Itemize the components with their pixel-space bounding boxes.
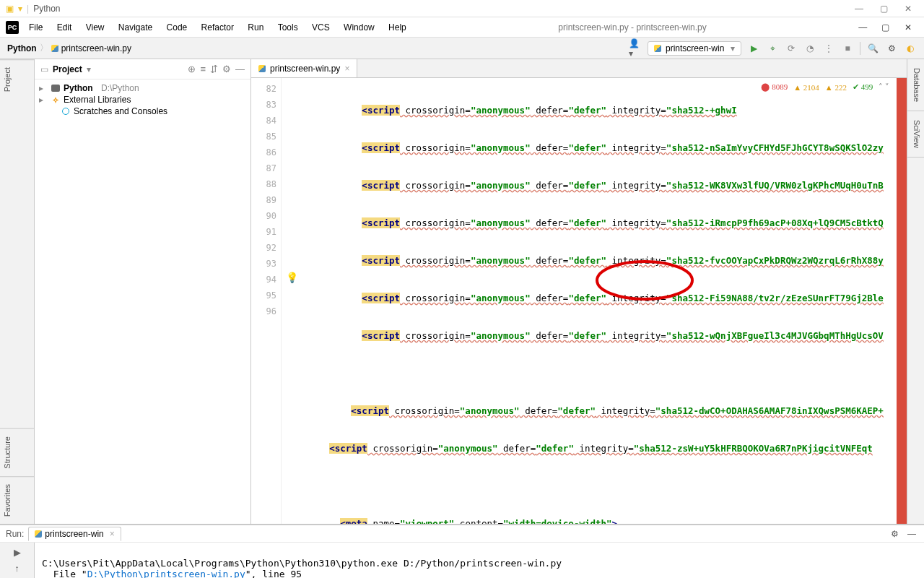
breadcrumb: Python 〉 printscreen-win.py xyxy=(7,42,131,54)
run-config-selector[interactable]: printscreen-win ▾ xyxy=(648,41,741,56)
editor-tabs: printscreen-win.py × xyxy=(251,59,907,78)
ide-close-button[interactable]: ✕ xyxy=(898,22,918,33)
code-editor[interactable]: 828384858687888990919293949596 <script c… xyxy=(251,78,907,524)
left-sidebar: Project Structure Favorites xyxy=(0,59,35,524)
intention-bulb-icon[interactable]: 💡 xyxy=(286,272,298,283)
menu-help[interactable]: Help xyxy=(383,20,412,35)
scroll-from-source-icon[interactable]: ⊕ xyxy=(188,64,196,74)
run-console-output[interactable]: C:\Users\Pit\AppData\Local\Programs\Pyth… xyxy=(35,543,924,578)
main-area: Project Structure Favorites ▭ Project ▾ … xyxy=(0,59,924,525)
expand-all-icon[interactable]: ≡ xyxy=(200,64,206,74)
tree-row-scratches: Scratches and Consoles xyxy=(39,105,246,117)
run-config-name: printscreen-win xyxy=(666,43,724,53)
settings-button[interactable]: ⚙ xyxy=(885,42,898,55)
python-file-icon xyxy=(258,65,266,72)
ide-max-button[interactable]: ▢ xyxy=(876,22,896,33)
user-icon[interactable]: 👤▾ xyxy=(629,42,642,55)
debug-button[interactable]: ⌖ xyxy=(766,42,779,55)
project-toolwindow: ▭ Project ▾ ⊕ ≡ ⇵ ⚙ — ▸ Python D:\Python… xyxy=(35,59,251,524)
explorer-close-button[interactable]: ✕ xyxy=(898,4,918,14)
menu-navigate[interactable]: Navigate xyxy=(113,20,158,35)
inspection-widget[interactable]: ⬤ 8089 ▲ 2104 ▲ 222 ✔ 499 ˄ ˅ xyxy=(758,81,892,93)
editor-error-stripe[interactable] xyxy=(897,78,907,524)
code-body[interactable]: <script crossorigin="anonymous" defer="d… xyxy=(282,78,897,524)
rerun-failed-button[interactable]: ↑ xyxy=(11,561,24,574)
run-toolbar: ▶ ↑ ■ ↓ ≡ 🖶 🗑 xyxy=(0,543,35,578)
sidebar-tab-sciview[interactable]: SciView xyxy=(907,111,924,158)
close-tab-icon[interactable]: × xyxy=(344,64,349,74)
python-icon xyxy=(35,530,42,538)
menu-refactor[interactable]: Refactor xyxy=(196,20,240,35)
editor-tab[interactable]: printscreen-win.py × xyxy=(251,59,357,77)
search-everywhere-button[interactable]: 🔍 xyxy=(866,42,879,55)
project-view-icon: ▭ xyxy=(40,64,48,74)
sidebar-tab-favorites[interactable]: Favorites xyxy=(0,476,34,524)
sidebar-tab-structure[interactable]: Structure xyxy=(0,428,34,476)
run-button[interactable]: ▶ xyxy=(747,42,760,55)
coverage-button[interactable]: ⟳ xyxy=(785,42,798,55)
menu-edit[interactable]: Edit xyxy=(51,20,78,35)
menu-view[interactable]: View xyxy=(80,20,110,35)
python-icon xyxy=(654,45,661,52)
scratches-icon xyxy=(62,108,69,115)
rerun-button[interactable]: ▶ xyxy=(11,545,24,558)
hide-toolwindow-icon[interactable]: — xyxy=(905,527,918,540)
menu-window[interactable]: Window xyxy=(338,20,380,35)
navigation-toolbar: Python 〉 printscreen-win.py 👤▾ printscre… xyxy=(0,38,924,59)
sidebar-tab-database[interactable]: Database xyxy=(907,59,924,111)
menu-code[interactable]: Code xyxy=(161,20,193,35)
menu-tools[interactable]: Tools xyxy=(272,20,304,35)
ide-title-path: printscreen-win.py - printscreen-win.py xyxy=(417,22,849,33)
project-toolwindow-title[interactable]: Project xyxy=(53,64,82,74)
run-toolwindow: Run: printscreen-win× ⚙ — ▶ ↑ ■ ↓ ≡ 🖶 🗑 … xyxy=(0,525,924,578)
run-tab[interactable]: printscreen-win× xyxy=(28,527,121,541)
breadcrumb-root[interactable]: Python xyxy=(7,43,37,53)
menu-vcs[interactable]: VCS xyxy=(306,20,336,35)
folder-icon: ▣ xyxy=(6,4,14,14)
gear-icon[interactable]: ⚙ xyxy=(222,64,231,74)
explorer-title: Python xyxy=(33,4,60,14)
folder-icon xyxy=(51,85,60,92)
run-toolwindow-title: Run: xyxy=(6,529,24,539)
project-toolwindow-header: ▭ Project ▾ ⊕ ≡ ⇵ ⚙ — xyxy=(35,59,250,79)
pycharm-logo-icon: PC xyxy=(6,21,19,34)
menu-run[interactable]: Run xyxy=(242,20,269,35)
chevron-down-icon: ▾ xyxy=(731,43,735,53)
ide-min-button[interactable]: — xyxy=(853,22,873,33)
gear-icon[interactable]: ⚙ xyxy=(888,527,901,540)
run-toolwindow-header: Run: printscreen-win× ⚙ — xyxy=(0,525,924,543)
folder-icon: ▾ xyxy=(18,4,22,14)
profile-button[interactable]: ◔ xyxy=(803,42,816,55)
hide-toolwindow-icon[interactable]: — xyxy=(235,64,245,74)
collapse-all-icon[interactable]: ⇵ xyxy=(210,64,218,74)
stop-button[interactable]: ■ xyxy=(841,42,854,55)
right-sidebar: Database SciView xyxy=(907,59,924,524)
menu-file[interactable]: File xyxy=(23,20,48,35)
attach-button[interactable]: ⋮ xyxy=(822,42,835,55)
learn-button[interactable]: ◐ xyxy=(904,42,917,55)
library-icon: ⟡ xyxy=(51,95,61,105)
project-tree[interactable]: ▸ Python D:\Python ▸ ⟡ External Librarie… xyxy=(35,79,250,120)
editor-area: printscreen-win.py × 8283848586878889909… xyxy=(251,59,907,524)
tree-row-root: ▸ Python D:\Python xyxy=(39,82,246,94)
sidebar-tab-project[interactable]: Project xyxy=(0,59,34,99)
editor-tab-label: printscreen-win.py xyxy=(270,64,340,74)
explorer-max-button[interactable]: ▢ xyxy=(873,4,894,14)
tree-row-external-libraries: ▸ ⟡ External Libraries xyxy=(39,94,246,105)
explorer-titlebar: ▣ ▾ | Python — ▢ ✕ xyxy=(0,0,924,17)
ide-titlebar: PC File Edit View Navigate Code Refactor… xyxy=(0,17,924,38)
breadcrumb-file[interactable]: printscreen-win.py xyxy=(61,43,131,53)
ide-window-controls: — ▢ ✕ xyxy=(853,22,918,33)
python-file-icon xyxy=(51,45,58,52)
explorer-min-button[interactable]: — xyxy=(849,4,869,14)
line-gutter[interactable]: 828384858687888990919293949596 xyxy=(251,78,282,524)
main-menu: File Edit View Navigate Code Refactor Ru… xyxy=(23,22,412,33)
